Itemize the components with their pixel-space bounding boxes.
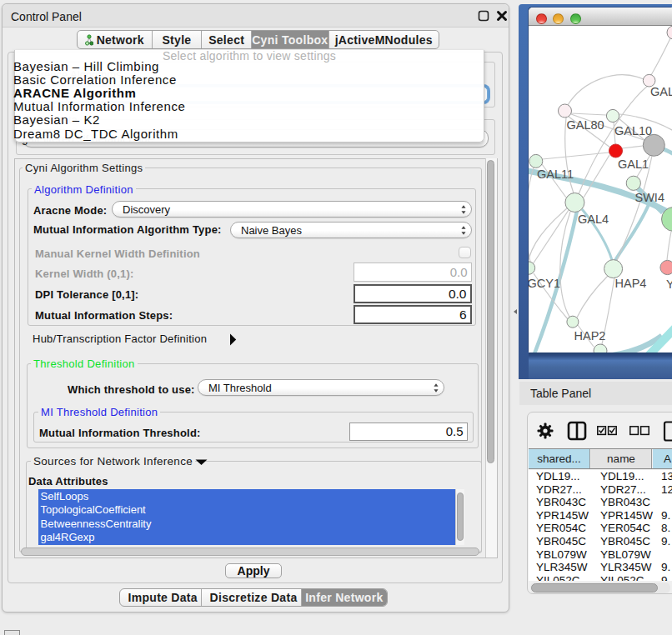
svg-text:GAL4: GAL4	[578, 212, 609, 226]
svg-text:GAL10: GAL10	[614, 124, 652, 138]
svg-text:GAL1: GAL1	[618, 158, 649, 171]
svg-text:GCY1: GCY1	[529, 277, 560, 290]
svg-text:HAP2: HAP2	[574, 329, 606, 342]
svg-text:GAL7: GAL7	[650, 85, 672, 98]
svg-text:GAL11: GAL11	[537, 168, 574, 181]
svg-text:HAP4: HAP4	[615, 277, 647, 290]
svg-text:YE: YE	[666, 278, 672, 291]
svg-text:SWI4: SWI4	[635, 191, 664, 204]
svg-text:GAL80: GAL80	[567, 118, 604, 132]
